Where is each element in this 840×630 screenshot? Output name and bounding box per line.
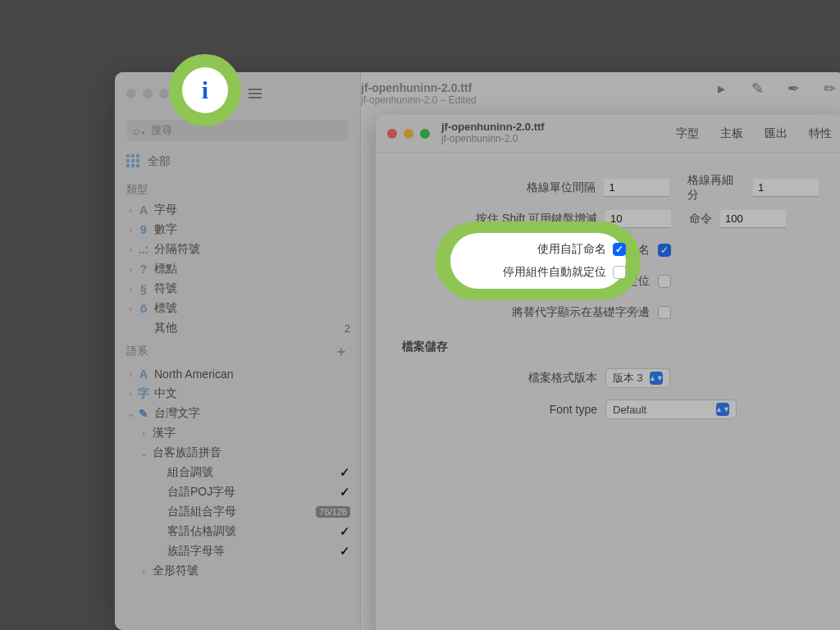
sidebar-item[interactable]: ›全形符號 [115, 561, 360, 581]
eyedropper-tool-icon[interactable]: ✏︎ [819, 78, 840, 99]
file-title: jf-openhuninn-2.0.ttf [361, 81, 472, 94]
window-controls[interactable] [126, 89, 169, 98]
pointer-tool-icon[interactable]: ▸ [710, 78, 732, 99]
sidebar-item[interactable]: ›9數字 [115, 220, 360, 240]
sidebar: i ⌕▾ 搜尋 全部 類型 ›A字母 ›9數字 ›..:分隔符號 ›?標點 ›§… [115, 72, 361, 630]
section-lang-header: 語系 ＋ [115, 338, 360, 364]
sidebar-item[interactable]: 組合調號✓ [115, 463, 360, 482]
sidebar-item-other[interactable]: 其他2 [115, 318, 360, 338]
minimize-icon[interactable] [404, 129, 413, 139]
check-icon: ✓ [340, 544, 350, 559]
symbol-icon: § [136, 282, 151, 295]
sidebar-item[interactable]: ›§符號 [115, 279, 360, 299]
file-subtitle: jf-openhuninn-2.0 – Edited [361, 94, 477, 106]
sidebar-item[interactable]: ⌄台客族語拼音 [115, 443, 360, 463]
cmd-step-label: 命令 [671, 212, 720, 226]
grid-icon [220, 88, 231, 99]
sidebar-item[interactable]: 台語POJ字母✓ [115, 482, 360, 502]
panel-title: jf-openhuninn-2.0.ttf [441, 121, 545, 134]
count-badge: 76/128 [316, 506, 350, 518]
panel-window-controls[interactable] [387, 129, 430, 139]
separators-icon: ..: [136, 243, 151, 256]
sidebar-item[interactable]: 族語字母等✓ [115, 541, 360, 561]
other-count: 2 [345, 322, 350, 335]
disable-autopos-checkbox-hl[interactable] [613, 266, 626, 279]
punct-icon: ? [136, 262, 151, 276]
filter-all-label: 全部 [148, 154, 171, 169]
sidebar-item[interactable]: ›?標點 [115, 259, 360, 279]
brush-tool-icon[interactable]: ✒︎ [783, 78, 804, 99]
grid-subdiv-input[interactable] [753, 179, 819, 197]
font-type-label: Font type [400, 403, 605, 416]
show-alt-label: 將替代字顯示在基礎字旁邊 [453, 305, 658, 320]
tab-font[interactable]: 字型 [676, 126, 699, 141]
file-version-value: 版本 3 [613, 371, 643, 386]
chevron-updown-icon: ▲▼ [716, 403, 729, 416]
check-icon: ✓ [340, 465, 350, 480]
grid-view-button[interactable] [213, 83, 238, 104]
sidebar-item[interactable]: ›ANorth American [115, 364, 360, 384]
font-type-value: Default [613, 404, 646, 416]
sidebar-item[interactable]: ›A字母 [115, 200, 360, 220]
check-icon: ✓ [340, 485, 350, 500]
pen-tool-icon[interactable]: ✎ [746, 78, 768, 99]
font-info-panel: jf-openhuninn-2.0.ttf jf-openhuninn-2.0 … [376, 115, 840, 630]
grid-unit-input[interactable] [604, 179, 669, 197]
file-version-select[interactable]: 版本 3 ▲▼ [605, 368, 670, 388]
chevron-updown-icon: ▲▼ [650, 372, 663, 385]
disable-autopos-checkbox[interactable] [658, 275, 671, 288]
list-icon [249, 89, 262, 98]
tab-export[interactable]: 匯出 [765, 126, 788, 141]
sidebar-item[interactable]: ›ô標號 [115, 299, 360, 318]
custom-name-label-hl: 使用自訂命名 [537, 242, 606, 257]
section-type-header: 類型 [115, 179, 360, 200]
sidebar-item[interactable]: ›漢字 [115, 423, 360, 443]
file-save-section: 檔案儲存 [402, 340, 819, 354]
close-icon[interactable] [387, 129, 397, 139]
filter-all[interactable]: 全部 [115, 149, 360, 179]
add-lang-button[interactable]: ＋ [334, 341, 349, 361]
sidebar-item[interactable]: 台語組合字母76/128 [115, 502, 360, 522]
na-icon: A [136, 368, 151, 381]
sidebar-item[interactable]: ⌄✎台灣文字 [115, 404, 360, 423]
search-placeholder: 搜尋 [151, 123, 172, 138]
zoom-icon[interactable] [420, 129, 430, 139]
font-type-select[interactable]: Default ▲▼ [605, 399, 737, 419]
cmd-step-input[interactable] [720, 210, 786, 228]
custom-name-checkbox-hl[interactable]: ✓ [613, 243, 626, 256]
sidebar-item[interactable]: ›字中文 [115, 384, 360, 404]
list-view-button[interactable] [243, 83, 267, 104]
info-icon: i [194, 84, 199, 103]
search-input[interactable]: ⌕▾ 搜尋 [126, 120, 349, 141]
sidebar-item[interactable]: 客語佔格調號✓ [115, 522, 360, 541]
editor-tools: ▸ ✎ ✒︎ ✏︎ [710, 78, 840, 99]
tw-icon: ✎ [136, 407, 151, 420]
info-tabs: 字型 主板 匯出 特性 [676, 126, 832, 141]
disable-autopos-label-hl: 停用組件自動就定位 [503, 265, 606, 280]
grid-unit-label: 格線單位間隔 [400, 180, 604, 195]
show-alt-checkbox[interactable] [658, 306, 671, 319]
shift-step-input[interactable] [605, 210, 671, 228]
custom-name-checkbox[interactable]: ✓ [658, 244, 671, 257]
mark-icon: ô [136, 302, 151, 315]
all-icon [126, 154, 141, 169]
info-panel-body: 格線單位間隔 格線再細分 按住 Shift 可用鍵盤增減 命令 使用自訂命名 ✓… [376, 153, 840, 445]
cjk-icon: 字 [136, 386, 151, 401]
search-icon: ⌕▾ [133, 124, 146, 137]
tab-features[interactable]: 特性 [809, 126, 832, 141]
info-button[interactable]: i [184, 83, 208, 104]
sidebar-item[interactable]: ›..:分隔符號 [115, 240, 360, 259]
grid-subdiv-label: 格線再細分 [669, 173, 753, 203]
file-version-label: 檔案格式版本 [400, 371, 605, 386]
letter-icon: A [136, 203, 151, 217]
lang-tree: ›ANorth American ›字中文 ⌄✎台灣文字 ›漢字 ⌄台客族語拼音… [115, 364, 360, 581]
tab-masters[interactable]: 主板 [720, 126, 743, 141]
highlight-naming-content: 使用自訂命名 ✓ 停用組件自動就定位 [450, 233, 626, 289]
main-toolbar: i [115, 72, 360, 115]
type-tree: ›A字母 ›9數字 ›..:分隔符號 ›?標點 ›§符號 ›ô標號 其他2 [115, 200, 360, 338]
panel-subtitle: jf-openhuninn-2.0 [441, 134, 545, 145]
info-panel-header: jf-openhuninn-2.0.ttf jf-openhuninn-2.0 … [376, 115, 840, 153]
digit-icon: 9 [136, 223, 151, 236]
check-icon: ✓ [340, 524, 350, 539]
shift-step-label: 按住 Shift 可用鍵盤增減 [400, 212, 605, 226]
